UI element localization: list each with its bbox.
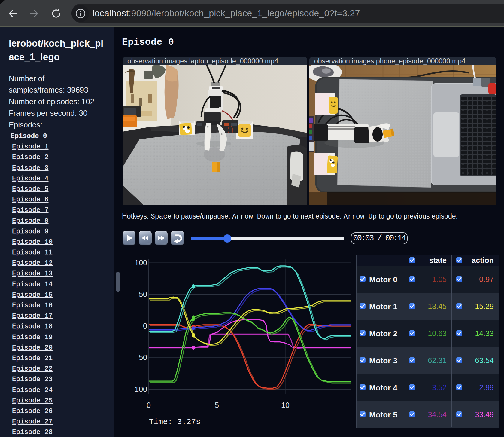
svg-text:50: 50 — [139, 290, 147, 298]
svg-text:-100: -100 — [132, 385, 147, 393]
svg-text:10: 10 — [281, 401, 290, 409]
svg-text:0: 0 — [147, 401, 151, 409]
svg-text:5: 5 — [215, 401, 219, 409]
svg-text:0: 0 — [143, 322, 147, 330]
svg-text:100: 100 — [135, 258, 147, 267]
svg-text:-50: -50 — [136, 353, 147, 362]
